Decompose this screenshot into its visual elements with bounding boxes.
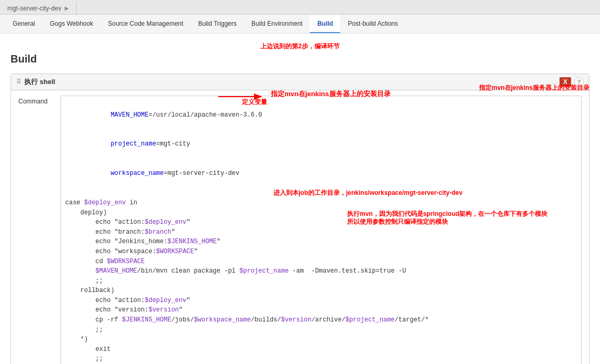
code-line: rollback) [65,286,577,296]
nav-tab-source-code-management[interactable]: Source Code Management [100,15,190,33]
code-line: echo "workspace:$WORKSPACE" [65,247,577,257]
nav-tab-post-build-actions[interactable]: Post-build Actions [340,15,405,33]
code-line: MAVEN_HOME=/usr/local/apache-maven-3.6.0 [65,100,577,130]
code-line: ;; [65,276,577,286]
build-section: ⠿ 执行 shell X ? Command [11,74,589,364]
code-line: *) [65,335,577,345]
build-section-title: ⠿ 执行 shell [16,77,55,87]
nav-tab-gogs-webhook[interactable]: Gogs Webhook [43,15,101,33]
page-content: 上边说到的第2步，编译环节 Build ⠿ 执行 shell X ? Comma… [0,34,600,364]
code-line: echo "action:$deploy_env" [65,217,577,227]
code-line: echo "version:$version" [65,305,577,315]
annotation-workspace-text: 进入到本job的工作目录，jenkins/workspace/mgt-serve… [273,189,462,197]
command-textarea[interactable]: MAVEN_HOME=/usr/local/apache-maven-3.6.0… [60,96,582,364]
top-tab-arrow: ▶ [65,5,69,11]
code-line: ;; [65,325,577,335]
annotation-mvn-text: 指定mvn在jenkins服务器上的安装目录 [479,84,589,92]
annotation-mvn-run2-text: 所以使用参数控制只编译指定的模块 [347,217,448,226]
main-nav: GeneralGogs WebhookSource Code Managemen… [0,15,600,34]
code-line: echo "action:$deploy_env" [65,296,577,306]
top-tab-item[interactable]: mgt-server-city-dev ▶ [0,2,77,14]
nav-tab-build-environment[interactable]: Build Environment [244,15,310,33]
code-line: exit [65,345,577,355]
nav-tab-build[interactable]: Build [310,15,340,33]
nav-tab-general[interactable]: General [5,15,43,33]
top-tab-bar: mgt-server-city-dev ▶ [0,0,600,15]
drag-handle: ⠿ [16,78,21,86]
code-line: workspace_name=mgt-server-city-dev [65,159,577,189]
code-line: echo "Jenkins_home:$JENKINS_HOME" [65,237,577,247]
code-line: cd $WORKSPACE [65,257,577,267]
top-tab-label: mgt-server-city-dev [7,5,62,12]
code-line: project_name=mgt-city [65,130,577,159]
annotation-top: 上边说到的第2步，编译环节 [260,43,340,50]
code-line: echo "branch:$branch" [65,227,577,237]
code-line: case $deploy_env in [65,198,577,208]
page-title: Build [11,53,589,65]
nav-tab-build-triggers[interactable]: Build Triggers [191,15,244,33]
section-title-text: 执行 shell [24,77,55,87]
code-line: ;; [65,354,577,364]
annotation-mvn: 指定mvn在jenkins服务器上的安装目录 [271,89,391,99]
build-section-body: Command 指定mvn在jenkins服务器上的安装目录 [11,90,589,364]
code-line: $MAVEN_HOME/bin/mvn clean package -pl $p… [65,266,577,276]
code-line: cp -rf $JENKINS_HOME/jobs/$workspace_nam… [65,315,577,325]
command-label: Command [18,96,60,105]
